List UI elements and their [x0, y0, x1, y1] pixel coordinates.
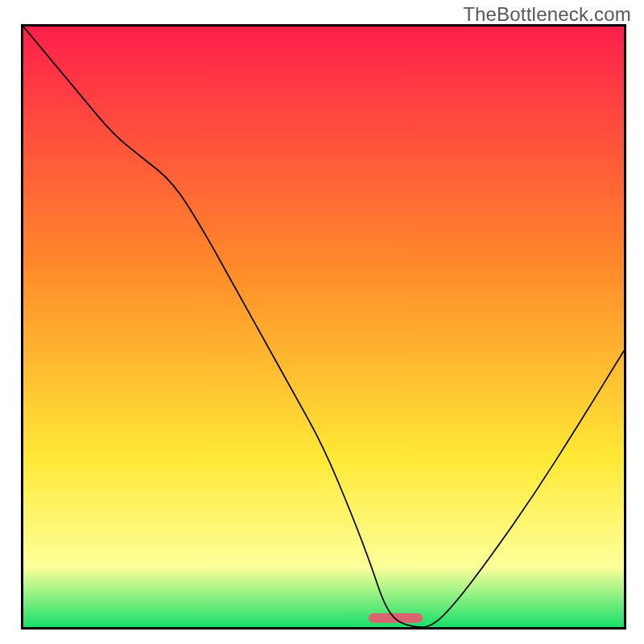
watermark-text: TheBottleneck.com: [463, 3, 631, 26]
plot-svg: [23, 27, 624, 627]
gradient-background: [23, 27, 624, 627]
chart-container: TheBottleneck.com: [0, 0, 644, 644]
plot-area: [21, 24, 626, 630]
